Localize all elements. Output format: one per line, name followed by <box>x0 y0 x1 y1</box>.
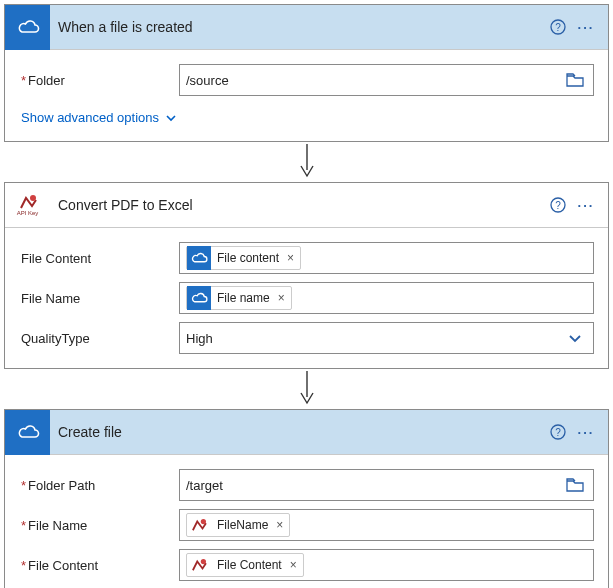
field-row-quality: QualityType High <box>19 322 594 354</box>
field-row-folder-path: Folder Path /target <box>19 469 594 501</box>
svg-text:?: ? <box>555 427 561 438</box>
flow-arrow <box>4 369 609 409</box>
file-content-input[interactable]: File Content × <box>179 549 594 581</box>
onedrive-icon <box>5 410 50 455</box>
show-advanced-link[interactable]: Show advanced options <box>21 110 177 125</box>
chevron-down-icon <box>165 112 177 124</box>
field-row-file-content: File Content File content × <box>19 242 594 274</box>
select-value: High <box>186 331 213 346</box>
dynamic-token[interactable]: File Content × <box>186 553 304 577</box>
field-label: QualityType <box>19 331 179 346</box>
more-menu-icon[interactable]: ··· <box>572 418 600 446</box>
chevron-down-icon[interactable] <box>563 326 587 350</box>
step-title: When a file is created <box>50 19 544 35</box>
quality-select[interactable]: High <box>179 322 594 354</box>
help-icon[interactable]: ? <box>544 418 572 446</box>
flow-arrow <box>4 142 609 182</box>
step-body: Folder Path /target File Name FileName ×… <box>5 455 608 588</box>
step-create-file: Create file ? ··· Folder Path /target Fi… <box>4 409 609 588</box>
token-label: FileName <box>211 518 274 532</box>
folder-picker-icon[interactable] <box>563 68 587 92</box>
token-remove-icon[interactable]: × <box>274 518 283 532</box>
folder-path-input[interactable]: /target <box>179 469 594 501</box>
field-label: Folder Path <box>19 478 179 493</box>
step-title: Convert PDF to Excel <box>50 197 544 213</box>
svg-text:?: ? <box>555 22 561 33</box>
token-remove-icon[interactable]: × <box>288 558 297 572</box>
step-header[interactable]: When a file is created ? ··· <box>5 5 608 50</box>
field-row-file-name: File Name FileName × <box>19 509 594 541</box>
step-body: Folder /source Show advanced options <box>5 50 608 141</box>
help-icon[interactable]: ? <box>544 191 572 219</box>
help-icon[interactable]: ? <box>544 13 572 41</box>
token-label: File name <box>211 291 276 305</box>
step-header[interactable]: API Key Convert PDF to Excel ? ··· <box>5 183 608 228</box>
file-name-input[interactable]: File name × <box>179 282 594 314</box>
svg-point-9 <box>201 519 206 524</box>
step-file-created: When a file is created ? ··· Folder /sou… <box>4 4 609 142</box>
token-remove-icon[interactable]: × <box>285 251 294 265</box>
field-label: File Content <box>19 251 179 266</box>
field-label: File Content <box>19 558 179 573</box>
step-header[interactable]: Create file ? ··· <box>5 410 608 455</box>
token-label: File content <box>211 251 285 265</box>
apikey-icon <box>187 513 211 537</box>
field-row-file-content: File Content File Content × <box>19 549 594 581</box>
step-convert-pdf: API Key Convert PDF to Excel ? ··· File … <box>4 182 609 369</box>
onedrive-icon <box>187 286 211 310</box>
apikey-icon <box>187 553 211 577</box>
dynamic-token[interactable]: File name × <box>186 286 292 310</box>
more-menu-icon[interactable]: ··· <box>572 13 600 41</box>
link-text: Show advanced options <box>21 110 159 125</box>
dynamic-token[interactable]: File content × <box>186 246 301 270</box>
onedrive-icon <box>5 5 50 50</box>
svg-point-3 <box>30 195 36 201</box>
apikey-icon: API Key <box>5 183 50 228</box>
onedrive-icon <box>187 246 211 270</box>
token-label: File Content <box>211 558 288 572</box>
input-value: /source <box>186 73 229 88</box>
folder-picker-icon[interactable] <box>563 473 587 497</box>
step-title: Create file <box>50 424 544 440</box>
field-label: File Name <box>19 518 179 533</box>
field-label: Folder <box>19 73 179 88</box>
folder-input[interactable]: /source <box>179 64 594 96</box>
more-menu-icon[interactable]: ··· <box>572 191 600 219</box>
field-label: File Name <box>19 291 179 306</box>
file-content-input[interactable]: File content × <box>179 242 594 274</box>
input-value: /target <box>186 478 223 493</box>
field-row-file-name: File Name File name × <box>19 282 594 314</box>
field-row-folder: Folder /source <box>19 64 594 96</box>
svg-point-10 <box>201 559 206 564</box>
file-name-input[interactable]: FileName × <box>179 509 594 541</box>
token-remove-icon[interactable]: × <box>276 291 285 305</box>
svg-text:?: ? <box>555 200 561 211</box>
dynamic-token[interactable]: FileName × <box>186 513 290 537</box>
step-body: File Content File content × File Name Fi… <box>5 228 608 368</box>
